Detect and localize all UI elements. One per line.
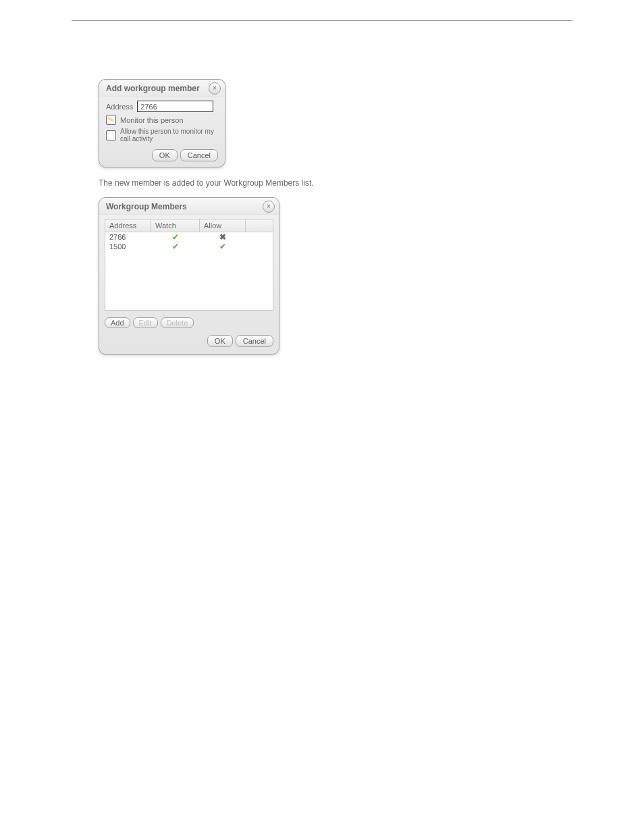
check-icon: ✔	[219, 242, 226, 251]
allow-label: Allow this person to monitor my call act…	[120, 128, 218, 142]
allow-checkbox[interactable]	[106, 130, 116, 140]
cell-allow: ✔	[200, 242, 246, 251]
ok-button[interactable]: OK	[152, 149, 178, 161]
caption-text: The new member is added to your Workgrou…	[99, 178, 572, 188]
cell-address: 2766	[105, 233, 151, 241]
cross-icon: ✖	[219, 233, 226, 241]
dialog-title: Workgroup Members	[99, 198, 279, 215]
cell-watch: ✔	[151, 242, 200, 251]
table-row[interactable]: 1500 ✔ ✔	[105, 242, 273, 251]
cancel-button[interactable]: Cancel	[236, 335, 273, 347]
col-spacer	[246, 219, 273, 232]
cell-address: 1500	[105, 242, 151, 251]
col-watch[interactable]: Watch	[151, 219, 200, 232]
dialog-title: Add workgroup member	[99, 80, 225, 97]
add-button[interactable]: Add	[105, 317, 130, 328]
col-allow[interactable]: Allow	[200, 219, 246, 232]
cell-watch: ✔	[151, 233, 200, 241]
table-header: Address Watch Allow	[105, 219, 273, 232]
close-icon[interactable]: ×	[209, 82, 221, 95]
cell-allow: ✖	[200, 233, 246, 241]
monitor-checkbox[interactable]: ✎	[106, 115, 116, 125]
cancel-button[interactable]: Cancel	[180, 149, 218, 161]
check-icon: ✔	[172, 233, 179, 241]
add-member-dialog: Add workgroup member × Address ✎ Monitor…	[99, 79, 225, 167]
monitor-label: Monitor this person	[120, 116, 184, 124]
address-input[interactable]	[137, 101, 213, 112]
ok-button[interactable]: OK	[207, 335, 233, 347]
check-icon: ✔	[172, 242, 179, 251]
close-icon[interactable]: ×	[263, 201, 275, 213]
edit-button[interactable]: Edit	[133, 317, 158, 328]
table-row[interactable]: 2766 ✔ ✖	[105, 232, 273, 242]
top-divider	[72, 20, 572, 21]
delete-button[interactable]: Delete	[161, 317, 194, 328]
members-table: Address Watch Allow 2766 ✔ ✖ 1500 ✔ ✔	[105, 219, 273, 311]
workgroup-members-dialog: Workgroup Members × Address Watch Allow …	[99, 197, 279, 355]
col-address[interactable]: Address	[105, 219, 151, 232]
pencil-icon: ✎	[107, 115, 115, 124]
address-label: Address	[106, 103, 133, 111]
